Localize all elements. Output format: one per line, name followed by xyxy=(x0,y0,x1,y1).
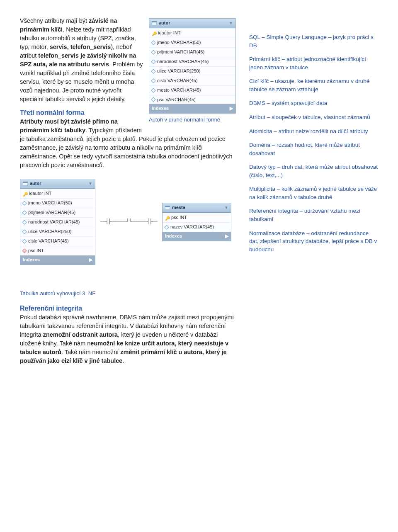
relation-connector: ──┤├──────┘└──────┤├── xyxy=(100,218,157,225)
diamond-icon xyxy=(22,211,27,215)
diamond-icon xyxy=(151,50,155,54)
figure-caption: Autoři v druhé normální formě xyxy=(149,116,236,124)
diamond-icon xyxy=(151,40,155,45)
diamond-icon xyxy=(151,97,155,102)
svg-rect-1 xyxy=(152,21,157,22)
glossary-item: SQL – Simple Query Language – jazyk pro … xyxy=(249,33,378,49)
er-table-autor-3nf: autor ▼ 🔑idautor INTjmeno VARCHAR(50)pri… xyxy=(20,179,95,265)
chevron-right-icon: ▶ xyxy=(89,257,92,263)
column-def: jmeno VARCHAR(50) xyxy=(157,39,201,46)
glossary-item: Doména – rozsah hodnot, které může atrib… xyxy=(249,141,378,157)
diamond-icon xyxy=(164,225,169,229)
paragraph-ref-integrity: Referenční integrita Pokud databázi sprá… xyxy=(20,304,236,365)
column-row: jmeno VARCHAR(50) xyxy=(149,38,235,47)
column-def: prijmeni VARCHAR(45) xyxy=(28,209,75,216)
column-def: narodnost VARCHAR(45) xyxy=(157,58,209,65)
column-def: psc VARCHAR(45) xyxy=(157,97,196,103)
table-body-3: 🔑psc INTnazev VARCHAR(45) xyxy=(163,213,231,232)
column-def: idautor INT xyxy=(158,30,180,36)
column-row: cislo VARCHAR(45) xyxy=(149,76,235,85)
column-row: prijmeni VARCHAR(45) xyxy=(149,47,235,57)
table-body-1: 🔑idautor INTjmeno VARCHAR(50)prijmeni VA… xyxy=(149,28,235,104)
glossary-item: Atribut – sloupeček v tabulce, vlastnost… xyxy=(249,113,378,121)
key-icon: 🔑 xyxy=(165,216,169,220)
er-table-mesta: mesta ▼ 🔑psc INTnazev VARCHAR(45) Indexe… xyxy=(162,203,231,241)
table-icon xyxy=(23,182,28,186)
key-icon: 🔑 xyxy=(23,192,27,196)
column-row: 🔑psc INT xyxy=(163,213,231,222)
glossary-item: Primární klíč – atribut jednoznačně iden… xyxy=(249,55,378,71)
indexes-label: Indexes xyxy=(23,257,40,263)
glossary-item: Atomicita – atribut nelze rozdělit na dí… xyxy=(249,127,378,136)
er-table-autor: autor ▼ 🔑idautor INTjmeno VARCHAR(50)pri… xyxy=(149,18,236,114)
column-row: 🔑idautor INT xyxy=(149,28,235,38)
diamond-icon xyxy=(151,88,155,92)
indexes-label: Indexes xyxy=(165,233,182,240)
er-diagram-3nf: autor ▼ 🔑idautor INTjmeno VARCHAR(50)pri… xyxy=(20,179,236,265)
table-icon xyxy=(165,206,170,210)
column-def: mesto VARCHAR(45) xyxy=(157,87,201,94)
table-body-2: 🔑idautor INTjmeno VARCHAR(50)prijmeni VA… xyxy=(20,189,95,255)
chevron-down-icon: ▼ xyxy=(229,20,233,27)
chevron-right-icon: ▶ xyxy=(230,105,233,112)
column-row: psc VARCHAR(45) xyxy=(149,95,235,104)
glossary-item: Normalizace databáze – odstranění redund… xyxy=(249,229,378,254)
column-def: nazev VARCHAR(45) xyxy=(170,224,214,231)
svg-rect-3 xyxy=(23,182,28,183)
figure-caption: Tabulka autorů vyhovující 3. NF xyxy=(20,290,236,298)
column-def: ulice VARCHAR(250) xyxy=(28,228,71,235)
diamond-icon xyxy=(22,229,27,234)
column-row: narodnost VARCHAR(45) xyxy=(20,217,95,227)
column-row: psc INT xyxy=(20,246,95,255)
glossary-item: Datový typ – druh dat, která může atribu… xyxy=(249,163,378,179)
glossary-item: Cizí klíč – ukazuje, ke kterému záznamu … xyxy=(249,77,378,93)
diamond-icon xyxy=(22,220,27,224)
glossary-item: Referenční integrita – udržování vztahu … xyxy=(249,207,378,223)
heading-ref-integrity: Referenční integrita xyxy=(20,305,82,312)
column-def: narodnost VARCHAR(45) xyxy=(28,219,80,226)
column-def: jmeno VARCHAR(50) xyxy=(28,200,72,206)
column-row: nazev VARCHAR(45) xyxy=(163,222,231,232)
indexes-label: Indexes xyxy=(152,105,169,112)
svg-rect-5 xyxy=(165,206,170,207)
column-row: ulice VARCHAR(250) xyxy=(149,66,235,76)
column-def: prijmeni VARCHAR(45) xyxy=(157,49,204,56)
chevron-right-icon: ▶ xyxy=(225,233,228,240)
table-title: autor xyxy=(30,180,41,187)
foreign-key-icon xyxy=(22,248,27,253)
glossary-sidebar: SQL – Simple Query Language – jazyk pro … xyxy=(249,17,378,259)
column-def: cislo VARCHAR(45) xyxy=(28,238,69,245)
diamond-icon xyxy=(151,59,155,64)
column-def: psc INT xyxy=(28,248,44,254)
column-row: narodnost VARCHAR(45) xyxy=(149,57,235,66)
column-row: ulice VARCHAR(250) xyxy=(20,227,95,236)
chevron-down-icon: ▼ xyxy=(224,205,228,211)
table-title: mesta xyxy=(172,204,185,211)
column-row: mesto VARCHAR(45) xyxy=(149,85,235,95)
glossary-item: Multiplicita – kolik záznamů v jedné tab… xyxy=(249,185,378,201)
chevron-down-icon: ▼ xyxy=(88,181,92,187)
diamond-icon xyxy=(22,201,27,206)
column-def: ulice VARCHAR(250) xyxy=(157,68,200,75)
table-icon xyxy=(152,21,157,25)
table-title: autor xyxy=(159,20,170,27)
key-icon: 🔑 xyxy=(152,31,156,35)
column-def: psc INT xyxy=(171,214,187,221)
glossary-list: SQL – Simple Query Language – jazyk pro … xyxy=(249,33,378,253)
column-row: 🔑idautor INT xyxy=(20,189,95,198)
column-row: jmeno VARCHAR(50) xyxy=(20,198,95,208)
column-row: prijmeni VARCHAR(45) xyxy=(20,208,95,217)
column-def: cislo VARCHAR(45) xyxy=(157,78,198,84)
column-def: idautor INT xyxy=(29,190,51,197)
heading-third-normal-form: Třetí normální forma xyxy=(20,109,85,116)
column-row: cislo VARCHAR(45) xyxy=(20,236,95,246)
diamond-icon xyxy=(22,239,27,243)
glossary-item: DBMS – systém spravující data xyxy=(249,99,378,107)
diamond-icon xyxy=(151,78,155,83)
diamond-icon xyxy=(151,69,155,73)
